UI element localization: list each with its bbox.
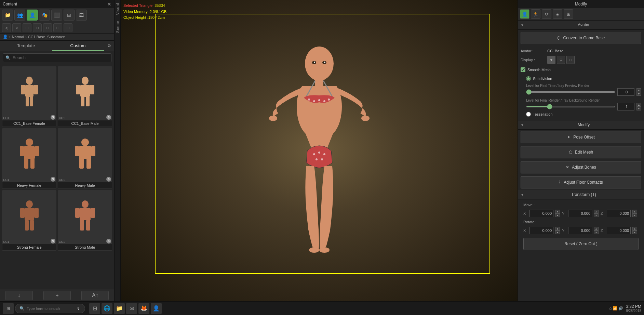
subdivision-radio[interactable] <box>526 76 531 81</box>
display-btn-3[interactable]: □ <box>566 56 575 64</box>
thumb-cc1-base-female: CC1 $ <box>2 67 56 120</box>
rotate-xyz-row: X ▲ ▼ Y ▲ ▼ Z ▲ ▼ <box>521 226 641 235</box>
image-icon[interactable]: 🖼 <box>76 10 87 21</box>
rotate-z-up[interactable]: ▲ <box>632 227 637 231</box>
tab-template[interactable]: Template <box>0 41 52 51</box>
display-btn-2[interactable]: ▽ <box>557 56 565 64</box>
taskbar-app-firefox[interactable]: 🦊 <box>138 303 149 314</box>
list-item[interactable]: CC1 $ CC1_Base Female <box>2 66 56 127</box>
pose-offset-button[interactable]: ✦ Pose Offset <box>521 131 641 143</box>
rotate-y-up[interactable]: ▲ <box>594 227 599 231</box>
reset-zero-out-button[interactable]: Reset ( Zero Out ) <box>523 238 639 250</box>
final-spin-up[interactable]: ▲ <box>636 103 641 107</box>
modify-collapse-icon: ▼ <box>521 123 524 127</box>
start-button[interactable]: ⊞ <box>3 303 14 314</box>
taskbar-app-explorer[interactable]: ⊟ <box>89 303 100 314</box>
final-slider[interactable] <box>526 106 615 107</box>
move-z-down[interactable]: ▼ <box>632 213 637 217</box>
list-item[interactable]: CC1 $ Strong Male <box>58 190 112 251</box>
folder-icon[interactable]: 📁 <box>2 10 13 21</box>
display-btn-1[interactable]: ▼ <box>547 56 555 64</box>
grid-icon[interactable]: ⊞ <box>64 10 75 21</box>
rt-shader-icon[interactable]: ◈ <box>553 9 562 19</box>
adjust-bones-button[interactable]: ✕ Adjust Bones <box>521 161 641 173</box>
avatar-svg <box>268 45 371 257</box>
modify-section-header[interactable]: ▼ Modify <box>518 120 644 130</box>
smooth-mesh-checkbox[interactable] <box>521 67 525 72</box>
move-y-down[interactable]: ▼ <box>594 213 599 217</box>
convert-to-game-base-button[interactable]: ⬡ Convert to Game Base <box>521 32 641 44</box>
move-x-input[interactable] <box>529 210 553 217</box>
rect2-icon[interactable]: □ <box>33 23 42 32</box>
rect-icon[interactable]: □ <box>23 23 31 32</box>
taskbar-app-user[interactable]: 👤 <box>151 303 162 314</box>
taskbar-app-mail[interactable]: ✉ <box>126 303 137 314</box>
taskbar-search-input[interactable] <box>27 306 75 311</box>
list-item[interactable]: CC1 $ Heavy Male <box>58 128 112 189</box>
svg-rect-33 <box>91 208 95 218</box>
realtime-spin-up[interactable]: ▲ <box>636 88 641 92</box>
layer-icon[interactable]: ⬛ <box>51 10 62 21</box>
taskbar-app-files[interactable]: 📁 <box>114 303 125 314</box>
move-z-up[interactable]: ▲ <box>632 210 637 213</box>
rotate-z-down[interactable]: ▼ <box>632 231 637 234</box>
svg-point-52 <box>309 247 319 253</box>
rt-pose-icon[interactable]: 🏃 <box>531 9 540 19</box>
shape-icon[interactable]: 🎭 <box>39 10 50 21</box>
people-icon[interactable]: 👥 <box>14 10 25 21</box>
adjust-floor-contacts-button[interactable]: ⌇ Adjust Floor Contacts <box>521 176 641 188</box>
sort-button[interactable]: A↑ <box>81 291 109 300</box>
close-icon[interactable]: ✕ <box>107 1 111 7</box>
rotate-x-down[interactable]: ▼ <box>555 231 560 234</box>
breadcrumb-normal[interactable]: Normal <box>12 35 24 39</box>
rt-render-icon[interactable]: ⊞ <box>564 9 573 19</box>
circle-icon[interactable]: ○ <box>12 23 21 32</box>
rotate-y-down[interactable]: ▼ <box>594 231 599 234</box>
taskbar-mic-icon[interactable]: 🎙 <box>77 306 81 311</box>
rect3-icon[interactable]: □ <box>43 23 52 32</box>
rotate-x-up[interactable]: ▲ <box>555 227 560 231</box>
realtime-spin-down[interactable]: ▼ <box>636 92 641 96</box>
search-input[interactable] <box>3 53 111 62</box>
item-label: Heavy Female <box>2 182 56 188</box>
move-z-input[interactable] <box>607 210 631 217</box>
rt-motion-icon[interactable]: ⟳ <box>542 9 551 19</box>
collapse-icon: ▼ <box>521 23 524 27</box>
avatar-icon[interactable]: 👤 <box>27 10 38 21</box>
final-slider-row: ▲ ▼ <box>526 103 641 110</box>
list-item[interactable]: CC1 $ Strong Female <box>2 190 56 251</box>
download-button[interactable]: ↓ <box>5 291 33 300</box>
tab-settings-icon[interactable]: ⚙ <box>104 41 114 51</box>
taskbar-app-chrome[interactable]: 🌐 <box>102 303 112 314</box>
avatar-section-header[interactable]: ▼ Avatar <box>518 20 644 30</box>
final-spin-down[interactable]: ▼ <box>636 107 641 110</box>
breadcrumb-substance[interactable]: CC1 Base_Substance <box>28 35 65 39</box>
item-coin: $ <box>51 115 55 120</box>
edit-mesh-button[interactable]: ⬡ Edit Mesh <box>521 146 641 158</box>
add-button[interactable]: + <box>43 291 71 300</box>
rt-avatar-icon[interactable]: 👤 <box>520 9 529 19</box>
final-value[interactable] <box>617 103 634 110</box>
tab-custom[interactable]: Custom <box>52 41 104 51</box>
rotate-z-input[interactable] <box>607 227 631 234</box>
modify-section-title: Modify <box>526 122 641 127</box>
rotate-y-input[interactable] <box>568 227 592 234</box>
list-item[interactable]: CC1 $ CC1_Base Male <box>58 66 112 127</box>
move-y-input[interactable] <box>568 210 592 217</box>
move-y-up[interactable]: ▲ <box>594 210 599 213</box>
svg-rect-2 <box>21 85 25 94</box>
taskbar-search-box[interactable]: 🔍 🎙 <box>15 304 85 313</box>
breadcrumb-home-icon[interactable]: 👤 <box>3 35 8 39</box>
arrow-left-icon[interactable]: ◁ <box>2 23 11 32</box>
list-item[interactable]: CC1 $ Heavy Female <box>2 128 56 189</box>
realtime-value[interactable] <box>617 88 634 96</box>
realtime-slider[interactable] <box>526 91 615 93</box>
rotate-x-input[interactable] <box>529 227 553 234</box>
rect5-icon[interactable]: □ <box>64 23 72 32</box>
move-x-up[interactable]: ▲ <box>555 210 560 213</box>
svg-point-50 <box>316 158 318 160</box>
transform-section-header[interactable]: ▼ Transform (T) <box>518 190 644 199</box>
rect4-icon[interactable]: □ <box>53 23 62 32</box>
move-x-down[interactable]: ▼ <box>555 213 560 217</box>
tessellation-radio[interactable] <box>526 112 531 117</box>
